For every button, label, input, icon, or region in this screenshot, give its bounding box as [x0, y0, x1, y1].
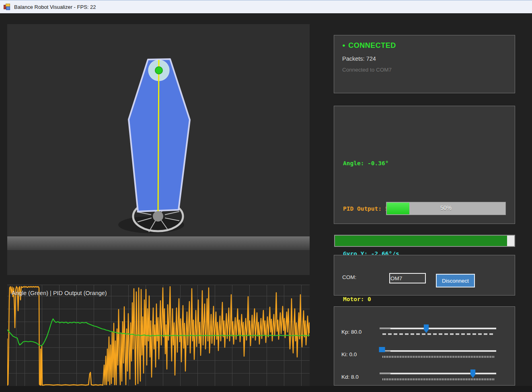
ki-slider-ticks	[382, 356, 494, 358]
packets-count: Packets: 724	[342, 55, 507, 62]
kp-slider[interactable]	[380, 324, 496, 347]
kd-slider-thumb[interactable]	[470, 369, 476, 378]
kp-slider-track-start	[380, 328, 390, 329]
title-bar: Balance Robot Visualizer - FPS: 22	[0, 0, 532, 13]
connection-status-text: CONNECTED	[348, 41, 396, 49]
chart-legend-label: Angle (Green) | PID Output (Orange)	[12, 290, 107, 296]
kd-slider-track-start	[380, 373, 390, 374]
pid-output-series-line	[7, 287, 310, 385]
kd-slider-ticks	[382, 378, 494, 380]
kp-label: Kp: 80.0	[341, 329, 362, 335]
kd-slider-track[interactable]	[380, 373, 496, 374]
status-dot-icon: ●	[342, 42, 345, 48]
wheel-hub	[153, 211, 163, 222]
window-bottom-edge	[0, 386, 532, 392]
telemetry-chart-panel: Angle (Green) | PID Output (Orange)	[7, 285, 310, 386]
ki-slider-thumb[interactable]	[379, 347, 385, 352]
ki-slider-row: Ki: 0.0	[334, 347, 515, 369]
kp-slider-thumb[interactable]	[424, 324, 429, 333]
app-icon	[4, 4, 11, 10]
com-port-label: COM:	[342, 274, 356, 280]
robot-head-dot	[155, 67, 162, 74]
robot-visualization-panel	[7, 24, 310, 275]
balance-axis-line	[158, 60, 159, 216]
pid-tuning-box: Kp: 80.0 Ki: 0.0 Kd: 8.0	[334, 306, 515, 386]
angle-value: Angle: -0.36°	[343, 156, 515, 171]
balance-progress-label: 50%	[386, 205, 505, 211]
app-icon-blue-tile	[6, 6, 10, 10]
connection-status-line: ●CONNECTED	[342, 41, 507, 50]
balance-progress-bar: 50%	[386, 202, 506, 215]
connection-status-box: ●CONNECTED Packets: 724 Connected to COM…	[334, 35, 515, 93]
kp-slider-track[interactable]	[380, 328, 496, 329]
ki-slider[interactable]	[380, 347, 496, 369]
ground-band	[7, 236, 310, 250]
kp-slider-ticks	[382, 333, 494, 335]
signal-progress-bar	[334, 235, 515, 247]
com-port-box: COM: Disconnect	[334, 255, 515, 296]
chart-plot	[7, 285, 310, 386]
robot-graphic	[7, 24, 310, 275]
ki-label: Ki: 0.0	[341, 351, 357, 357]
connection-detail: Connected to COM7	[342, 67, 507, 73]
kd-label: Kd: 8.0	[341, 374, 359, 380]
window-title: Balance Robot Visualizer - FPS: 22	[14, 4, 96, 10]
signal-progress-fill	[335, 236, 507, 246]
com-port-input[interactable]	[389, 273, 426, 283]
kp-slider-row: Kp: 80.0	[334, 324, 515, 347]
app-window: Balance Robot Visualizer - FPS: 22	[0, 0, 532, 392]
telemetry-box: Angle: -0.36° PID Output: 50.32 Gyro Y: …	[334, 106, 515, 224]
disconnect-button[interactable]: Disconnect	[436, 274, 475, 287]
ki-slider-track[interactable]	[380, 350, 496, 352]
